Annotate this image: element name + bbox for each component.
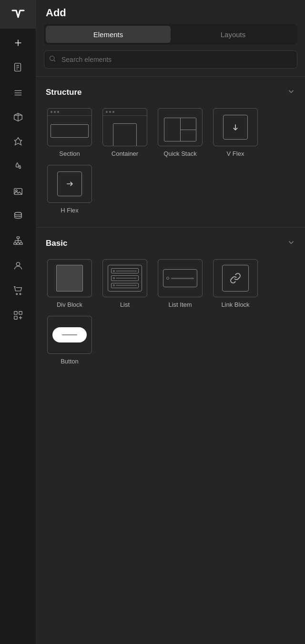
chrome-dot-4: [106, 111, 108, 113]
qstack-left: [164, 118, 181, 141]
link-icon: [230, 272, 241, 284]
element-link-block[interactable]: Link Block: [210, 257, 261, 310]
divider-2: [36, 227, 305, 228]
sidebar-item-pages[interactable]: [8, 57, 29, 78]
svg-rect-14: [17, 237, 20, 239]
tab-layouts[interactable]: Layouts: [171, 26, 295, 43]
quick-stack-icon-box: [158, 108, 203, 146]
svg-point-24: [16, 293, 17, 295]
sidebar-item-images[interactable]: [8, 181, 29, 202]
structure-section-header: Structure: [36, 80, 305, 102]
qstack-inner: [164, 118, 196, 141]
svg-rect-27: [19, 312, 21, 314]
chrome-dot-1: [51, 111, 52, 113]
svg-line-30: [54, 60, 55, 61]
basic-chevron-icon[interactable]: [287, 238, 295, 249]
container-rect: [113, 123, 137, 146]
menu-icon: [13, 87, 23, 98]
search-container: [44, 50, 297, 69]
element-container[interactable]: Container: [99, 106, 151, 159]
div-block-icon-box: [47, 259, 92, 297]
element-list-item-label: List Item: [168, 301, 192, 308]
sidebar-item-users[interactable]: [8, 255, 29, 276]
list-row-3: [111, 283, 139, 288]
element-v-flex-label: V Flex: [227, 150, 244, 157]
plus-icon: [13, 38, 23, 48]
sidebar-item-add[interactable]: [8, 32, 29, 53]
tab-elements[interactable]: Elements: [46, 26, 171, 43]
sidebar-item-sitemap[interactable]: [8, 231, 29, 252]
svg-rect-17: [20, 243, 22, 245]
element-v-flex[interactable]: V Flex: [210, 106, 261, 159]
search-icon: [49, 55, 56, 64]
list-item-icon-inner: [163, 269, 197, 287]
section-rect: [51, 124, 89, 138]
list-dot-1: [113, 270, 115, 272]
element-h-flex-label: H Flex: [61, 207, 79, 214]
element-quick-stack[interactable]: Quick Stack: [154, 106, 206, 159]
svg-rect-15: [13, 243, 16, 245]
list-row-2: [111, 275, 139, 281]
button-inner-line: [62, 334, 77, 336]
element-list[interactable]: List: [99, 257, 151, 310]
sidebar: [0, 0, 36, 644]
element-section-label: Section: [59, 150, 80, 157]
button-icon-box: [47, 316, 92, 354]
database-icon: [13, 211, 23, 221]
structure-section-title: Structure: [46, 88, 82, 97]
search-input[interactable]: [44, 50, 297, 69]
cart-icon: [13, 285, 23, 296]
element-list-label: List: [120, 301, 130, 308]
app-logo[interactable]: [0, 0, 36, 29]
sidebar-item-navigator[interactable]: [8, 82, 29, 103]
basic-elements-grid: Div Block: [36, 253, 305, 374]
user-icon: [13, 261, 23, 271]
element-link-block-label: Link Block: [221, 301, 249, 308]
chrome-dot-5: [109, 111, 111, 113]
sidebar-item-styles[interactable]: [8, 131, 29, 152]
link-block-icon-box: [213, 259, 258, 297]
qstack-top: [181, 118, 196, 130]
svg-rect-16: [17, 243, 20, 245]
list-line-3: [116, 285, 137, 286]
svg-point-23: [16, 262, 20, 266]
list-icon-inner: [108, 265, 142, 292]
basic-section-header: Basic: [36, 231, 305, 253]
element-section[interactable]: Section: [44, 106, 95, 159]
button-inner: [52, 327, 87, 342]
sidebar-item-component-library[interactable]: [8, 305, 29, 326]
list-line-1: [116, 271, 137, 272]
list-dot-2: [113, 277, 115, 279]
sidebar-item-cms[interactable]: [8, 206, 29, 227]
sidebar-item-components[interactable]: [8, 107, 29, 128]
sitemap-icon: [13, 236, 23, 246]
link-block-inner: [222, 265, 249, 292]
arrow-box-h: [57, 171, 82, 196]
qstack-bottom: [181, 130, 196, 141]
styles-icon: [13, 137, 23, 147]
page-icon: [13, 62, 23, 73]
logo-icon: [10, 7, 26, 22]
svg-rect-28: [14, 316, 17, 319]
svg-point-25: [20, 293, 21, 295]
element-h-flex[interactable]: H Flex: [44, 163, 95, 216]
arrow-box-v: [223, 115, 248, 140]
chrome-dot-6: [112, 111, 114, 113]
element-div-block[interactable]: Div Block: [44, 257, 95, 310]
svg-point-13: [14, 212, 21, 215]
tab-switcher: Elements Layouts: [44, 24, 297, 45]
panel-title: Add: [46, 7, 66, 19]
element-button[interactable]: Button: [44, 314, 95, 367]
drops-icon: [13, 161, 23, 172]
main-panel: Add Elements Layouts Structure: [36, 0, 305, 644]
structure-elements-grid: Section Container: [36, 102, 305, 223]
structure-chevron-icon[interactable]: [287, 87, 295, 98]
list-row-1: [111, 268, 139, 273]
sidebar-item-assets[interactable]: [8, 156, 29, 177]
sidebar-item-ecommerce[interactable]: [8, 280, 29, 301]
list-dot-3: [113, 284, 115, 286]
container-icon-box: [102, 108, 147, 146]
svg-rect-26: [14, 312, 17, 314]
list-item-icon-box: [158, 259, 203, 297]
element-list-item[interactable]: List Item: [154, 257, 206, 310]
